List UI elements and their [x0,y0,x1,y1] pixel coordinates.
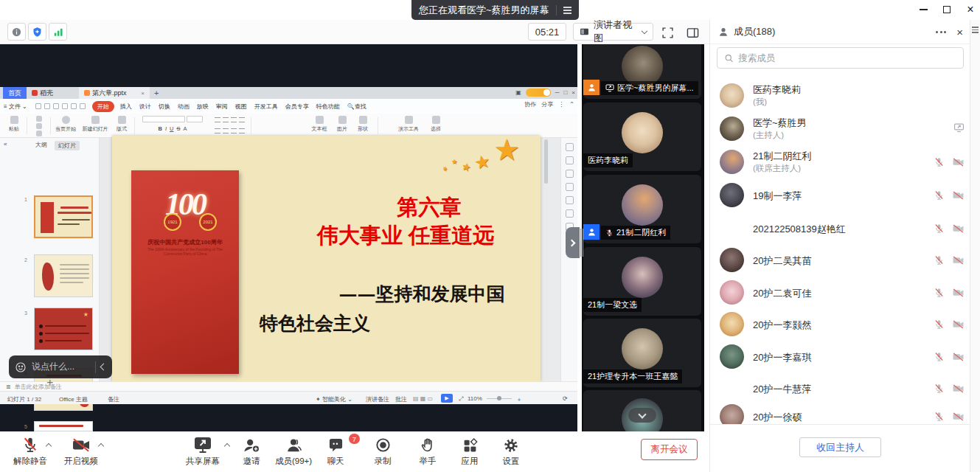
member-row[interactable]: 20护二吴其苗 [710,244,970,277]
camera-off-icon[interactable] [952,352,965,362]
more-options-icon[interactable] [936,31,946,33]
menu-file[interactable]: ≡ 文件 ⌄ [0,103,31,111]
view-mode-icons[interactable]: ▤ ▦ ▭ [413,395,433,402]
video-tile[interactable]: 医药李晓莉 [583,103,701,171]
menu-search[interactable]: 🔍查找 [344,103,370,111]
comments-button[interactable]: 批注 [395,395,407,403]
chat-input-placeholder[interactable]: 说点什么... [32,361,90,373]
split-view-icon[interactable]: ▣ [515,89,521,96]
strikethrough-button[interactable]: S [176,125,180,132]
slides-tab[interactable]: 幻灯片 [55,141,80,150]
wps-tab-home[interactable]: 首页 [3,87,27,99]
settings-button[interactable]: 设置 [494,434,528,467]
close-panel-icon[interactable]: × [956,27,963,38]
raise-hand-button[interactable]: 举手 [411,434,445,467]
zoom-in-icon[interactable]: ＋ [516,395,522,403]
camera-off-icon[interactable] [952,384,965,394]
menu-animation[interactable]: 动画 [174,103,193,111]
share-button[interactable]: 分享 [541,100,553,108]
menu-insert[interactable]: 插入 [117,103,136,111]
leave-meeting-button[interactable]: 离开会议 [641,439,698,460]
view-mode-button[interactable]: 演讲者视图 [573,23,653,41]
menu-review[interactable]: 审阅 [212,103,232,111]
wps-tab-document[interactable]: 第六章.pptx× [79,87,150,99]
picture-button[interactable]: 图片 [333,116,351,133]
sidebar-toggle-button[interactable] [687,27,699,41]
member-row[interactable]: 19制一李萍 [710,179,970,212]
wps-minimize-icon[interactable]: ─ [555,89,560,96]
camera-off-icon[interactable] [952,255,965,266]
menu-transition[interactable]: 切换 [155,103,174,111]
fit-icon[interactable]: ⤢ [459,395,463,403]
mic-muted-icon[interactable] [934,156,945,167]
paste-button[interactable]: 粘贴 [4,116,24,133]
menu-devtools[interactable]: 开发工具 [251,103,282,111]
collab-button[interactable]: 协作 [524,100,536,108]
mic-muted-icon[interactable] [934,319,945,330]
security-button[interactable] [28,23,46,41]
camera-off-icon[interactable] [952,157,965,167]
member-search-box[interactable] [717,47,964,69]
textbox-button[interactable]: 文本框 [308,116,330,133]
record-button[interactable]: 录制 [366,434,400,467]
unmute-button[interactable]: 解除静音 [8,434,52,467]
video-tile[interactable]: 21制一梁文选 [583,247,701,316]
member-row[interactable]: 21制二阴红利 (联席主持人) [710,146,970,178]
tool-icon[interactable] [566,209,574,218]
slideshow-play-button[interactable]: ▶ [441,394,453,403]
menu-design[interactable]: 设计 [136,103,155,111]
apps-button[interactable]: 应用 [453,434,487,467]
meeting-info-button[interactable] [7,23,26,41]
layout-button[interactable]: 版式 [112,116,131,133]
collapse-panel-icon[interactable]: « [4,141,7,148]
canvas-scrollbar[interactable] [544,139,548,184]
wps-close-icon[interactable]: × [571,89,575,96]
mic-muted-icon[interactable] [934,190,945,201]
mic-muted-icon[interactable] [934,411,945,422]
banner-menu-icon[interactable] [563,7,571,14]
tab-close-icon[interactable]: × [141,90,145,97]
font-controls[interactable]: B I U S A [139,116,206,132]
tool-icon[interactable] [566,183,574,191]
slide-thumbnail-2[interactable] [34,254,93,297]
italic-button[interactable]: I [165,125,167,132]
camera-off-icon[interactable] [952,190,965,201]
panel-menu-icon[interactable] [972,27,979,33]
menu-vip[interactable]: 会员专享 [282,103,313,111]
wps-tab-docer[interactable]: 稻壳 [27,87,58,99]
select-button[interactable]: 选择 [426,116,445,133]
close-button[interactable]: × [959,0,980,19]
beautify-button[interactable]: ✦ 智能美化 ⌄ [316,395,352,403]
member-row[interactable]: 20护一李嘉琪 [710,341,970,373]
tool-icon[interactable] [566,156,574,164]
refresh-icon[interactable]: ⟳ [563,395,568,402]
member-row[interactable]: 20护一李颢然 [710,308,970,341]
member-row[interactable]: 医药李晓莉 (我) [710,80,970,112]
shape-button[interactable]: 形状 [354,116,372,133]
new-tab-button[interactable]: + [150,87,163,99]
member-search-input[interactable] [738,53,956,63]
tool-icon[interactable] [566,170,574,178]
video-tile-sharer[interactable]: 医学~蔡胜男的屏幕... [583,44,701,99]
collapse-ribbon-icon[interactable]: ⌃ [569,101,574,108]
quick-access-toolbar[interactable] [31,103,90,109]
mic-muted-icon[interactable] [934,287,945,298]
chat-button[interactable]: 7 聊天 [319,434,352,467]
slide-thumbnail-5[interactable] [34,421,93,431]
network-button[interactable] [49,23,67,41]
share-screen-button[interactable]: 共享屏幕 [181,434,224,467]
video-strip-collapse-handle[interactable] [566,227,580,258]
member-row[interactable]: 20护二袁可佳 [710,277,970,309]
outline-tab[interactable]: 大纲 [35,141,47,149]
tool-icon[interactable] [566,196,574,204]
camera-off-icon[interactable] [952,412,965,422]
mic-muted-icon[interactable] [934,383,945,394]
member-row[interactable]: 202122508139赵艳红 [710,212,970,245]
video-tile[interactable]: 21护理专升本一班王嘉懿 [583,319,701,387]
zoom-slider[interactable] [487,398,512,399]
underline-button[interactable]: U [170,125,173,132]
fullscreen-button[interactable] [661,27,674,41]
video-tile[interactable] [583,390,701,431]
camera-off-icon[interactable] [952,223,965,234]
emoji-icon[interactable] [15,361,27,373]
